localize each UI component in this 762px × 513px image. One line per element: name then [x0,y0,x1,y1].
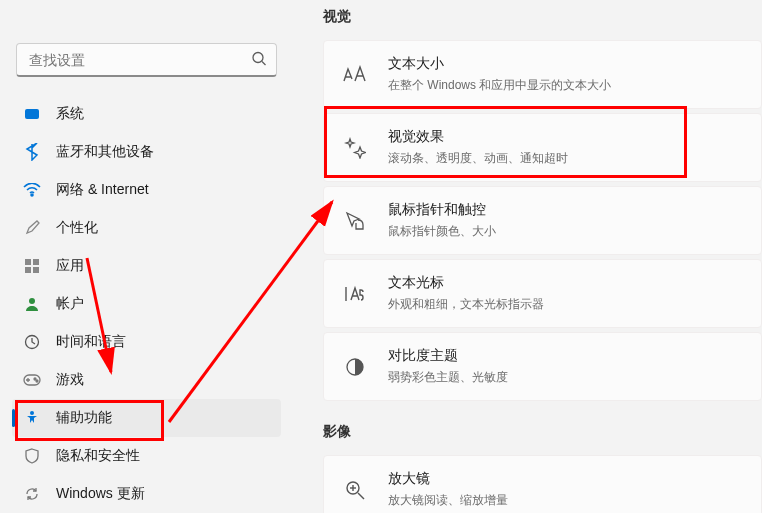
svg-rect-6 [33,267,39,273]
sidebar-item-label: Windows 更新 [56,485,145,503]
card-title: 文本光标 [388,274,544,292]
card-subtitle: 弱势彩色主题、光敏度 [388,369,508,386]
card-title: 视觉效果 [388,128,568,146]
card-subtitle: 鼠标指针颜色、大小 [388,223,496,240]
svg-point-2 [31,194,33,196]
card-subtitle: 外观和粗细，文本光标指示器 [388,296,544,313]
accounts-icon [22,294,42,314]
apps-icon [22,256,42,276]
mouse-pointer-icon [342,208,368,234]
svg-point-11 [36,380,38,382]
sidebar-item-label: 帐户 [56,295,84,313]
sidebar-item-label: 隐私和安全性 [56,447,140,465]
image-card-list: 放大镜 放大镜阅读、缩放增量 [323,455,762,513]
card-text-size[interactable]: 文本大小 在整个 Windows 和应用中显示的文本大小 [323,40,762,109]
card-subtitle: 在整个 Windows 和应用中显示的文本大小 [388,77,611,94]
svg-point-10 [34,378,36,380]
card-text-cursor[interactable]: 文本光标 外观和粗细，文本光标指示器 [323,259,762,328]
bluetooth-icon [22,142,42,162]
card-visual-effects[interactable]: 视觉效果 滚动条、透明度、动画、通知超时 [323,113,762,182]
sidebar-item-label: 游戏 [56,371,84,389]
card-subtitle: 放大镜阅读、缩放增量 [388,492,508,509]
system-icon [22,104,42,124]
nav-list: 系统 蓝牙和其他设备 网络 & Internet 个性化 [8,95,285,513]
search-container [16,43,277,77]
text-size-icon [342,62,368,88]
svg-point-12 [30,411,34,415]
sidebar-item-apps[interactable]: 应用 [12,247,281,285]
section-title-image: 影像 [323,423,762,441]
svg-rect-3 [25,259,31,265]
text-cursor-icon [342,281,368,307]
sidebar-item-label: 时间和语言 [56,333,126,351]
vision-card-list: 文本大小 在整个 Windows 和应用中显示的文本大小 视觉效果 滚动条、透明… [323,40,762,401]
gaming-icon [22,370,42,390]
sidebar-item-label: 蓝牙和其他设备 [56,143,154,161]
sidebar-item-personalization[interactable]: 个性化 [12,209,281,247]
card-magnifier[interactable]: 放大镜 放大镜阅读、缩放增量 [323,455,762,513]
svg-line-16 [358,493,364,499]
sidebar-item-system[interactable]: 系统 [12,95,281,133]
card-contrast-themes[interactable]: 对比度主题 弱势彩色主题、光敏度 [323,332,762,401]
sidebar: 系统 蓝牙和其他设备 网络 & Internet 个性化 [0,0,297,513]
svg-point-7 [29,298,35,304]
sidebar-item-label: 应用 [56,257,84,275]
sidebar-item-label: 辅助功能 [56,409,112,427]
card-title: 鼠标指针和触控 [388,201,496,219]
sidebar-item-accessibility[interactable]: 辅助功能 [12,399,281,437]
clock-icon [22,332,42,352]
card-title: 文本大小 [388,55,611,73]
sidebar-item-label: 系统 [56,105,84,123]
sidebar-item-label: 网络 & Internet [56,181,149,199]
privacy-icon [22,446,42,466]
svg-rect-5 [25,267,31,273]
card-mouse-touch[interactable]: 鼠标指针和触控 鼠标指针颜色、大小 [323,186,762,255]
sidebar-item-privacy[interactable]: 隐私和安全性 [12,437,281,475]
sidebar-item-time-language[interactable]: 时间和语言 [12,323,281,361]
windows-update-icon [22,484,42,504]
sidebar-item-bluetooth[interactable]: 蓝牙和其他设备 [12,133,281,171]
magnifier-icon [342,477,368,503]
section-title-vision: 视觉 [323,8,762,26]
contrast-icon [342,354,368,380]
accessibility-icon [22,408,42,428]
effects-icon [342,135,368,161]
sidebar-item-accounts[interactable]: 帐户 [12,285,281,323]
sidebar-item-network[interactable]: 网络 & Internet [12,171,281,209]
sidebar-item-label: 个性化 [56,219,98,237]
card-subtitle: 滚动条、透明度、动画、通知超时 [388,150,568,167]
svg-rect-4 [33,259,39,265]
search-input[interactable] [16,43,277,77]
sidebar-item-windows-update[interactable]: Windows 更新 [12,475,281,513]
card-title: 对比度主题 [388,347,508,365]
sidebar-item-gaming[interactable]: 游戏 [12,361,281,399]
wifi-icon [22,180,42,200]
brush-icon [22,218,42,238]
main-content: 视觉 文本大小 在整个 Windows 和应用中显示的文本大小 视觉效果 滚动条… [297,0,762,513]
card-title: 放大镜 [388,470,508,488]
